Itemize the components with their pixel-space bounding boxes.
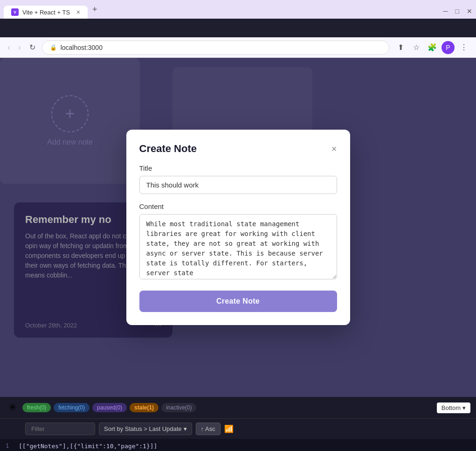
browser-actions: ⬆ ☆ 🧩 P ⋮ — [394, 41, 470, 54]
tab-close-button[interactable]: × — [76, 8, 80, 16]
query-text: [["getNotes"],[{"limit":10,"page":1}]] — [19, 443, 157, 450]
close-button[interactable]: ✕ — [467, 7, 472, 15]
badge-stale[interactable]: stale(1) — [130, 403, 159, 412]
bottom-arrow-icon: ▾ — [462, 404, 466, 411]
devtools-logo: ✳ — [6, 401, 20, 415]
sort-label: Sort by Status > Last Update — [104, 425, 182, 432]
sort-dropdown[interactable]: Sort by Status > Last Update ▾ — [99, 423, 192, 435]
devtools-right-actions: Bottom ▾ — [437, 402, 470, 413]
bottom-label: Bottom — [442, 404, 461, 411]
query-line-number: 1 — [6, 443, 13, 449]
address-text: localhost:3000 — [61, 44, 103, 51]
content-label: Content — [139, 202, 337, 210]
minimize-button[interactable]: ─ — [443, 7, 448, 15]
reload-button[interactable]: ↻ — [28, 41, 37, 54]
modal-close-button[interactable]: × — [331, 144, 337, 153]
app-area: + Add new note Remember my no Out of the… — [0, 58, 476, 397]
address-bar: ‹ › ↻ 🔒 localhost:3000 ⬆ ☆ 🧩 P ⋮ — [0, 37, 476, 58]
address-input[interactable]: 🔒 localhost:3000 — [42, 41, 389, 55]
content-textarea[interactable]: While most traditional state management … — [139, 214, 337, 279]
modal-header: Create Note × — [139, 143, 337, 155]
lock-icon: 🔒 — [50, 44, 57, 51]
sort-arrow-icon: ▾ — [184, 425, 187, 432]
modal-overlay: Create Note × Title Content While most t… — [0, 58, 476, 397]
browser-titlebar: V Vite + React + TS × + ─ □ ✕ — [0, 0, 476, 19]
title-label: Title — [139, 164, 337, 172]
bottom-button[interactable]: Bottom ▾ — [437, 402, 470, 413]
devtools-toolbar: ✳ fresh(0) fetching(0) paused(0) stale(1… — [0, 397, 476, 419]
tab-favicon: V — [11, 8, 19, 16]
browser-tab-active[interactable]: V Vite + React + TS × — [4, 6, 88, 19]
devtools-filter-row: Sort by Status > Last Update ▾ ↑ Asc 📶 — [20, 419, 476, 439]
modal-title: Create Note — [139, 143, 197, 155]
create-note-button[interactable]: Create Note — [139, 291, 337, 312]
tab-title: Vite + React + TS — [22, 9, 70, 16]
devtools-panel: ✳ fresh(0) fetching(0) paused(0) stale(1… — [0, 397, 476, 451]
badge-fetching[interactable]: fetching(0) — [54, 403, 90, 412]
badge-fresh[interactable]: fresh(0) — [22, 403, 51, 412]
badge-inactive[interactable]: inactive(0) — [161, 403, 196, 412]
wifi-icon: 📶 — [224, 424, 234, 433]
maximize-button[interactable]: □ — [455, 7, 459, 15]
devtools-query-row: 1 [["getNotes"],[{"limit":10,"page":1}]] — [0, 439, 476, 451]
forward-button[interactable]: › — [16, 42, 22, 54]
title-input[interactable] — [139, 176, 337, 194]
back-button[interactable]: ‹ — [6, 42, 12, 54]
bookmark-button[interactable]: ☆ — [410, 41, 423, 54]
filter-input[interactable] — [25, 423, 95, 435]
create-note-modal: Create Note × Title Content While most t… — [126, 130, 350, 325]
menu-button[interactable]: ⋮ — [457, 41, 470, 54]
asc-button[interactable]: ↑ Asc — [196, 423, 221, 435]
new-tab-button[interactable]: + — [88, 2, 102, 17]
extensions-button[interactable]: 🧩 — [426, 41, 439, 54]
share-button[interactable]: ⬆ — [394, 41, 407, 54]
asc-label: ↑ Asc — [201, 425, 215, 432]
profile-button[interactable]: P — [442, 41, 455, 54]
badge-paused[interactable]: paused(0) — [92, 403, 127, 412]
